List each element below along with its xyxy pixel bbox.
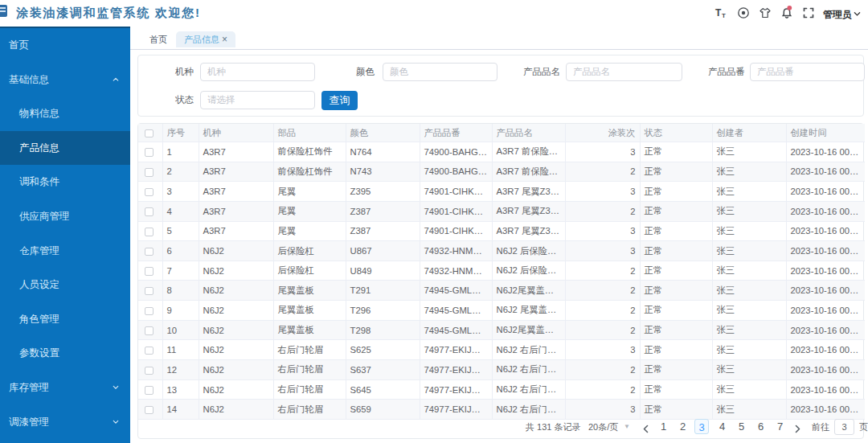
svg-text:T: T [715, 7, 722, 18]
svg-text:T: T [722, 12, 726, 19]
